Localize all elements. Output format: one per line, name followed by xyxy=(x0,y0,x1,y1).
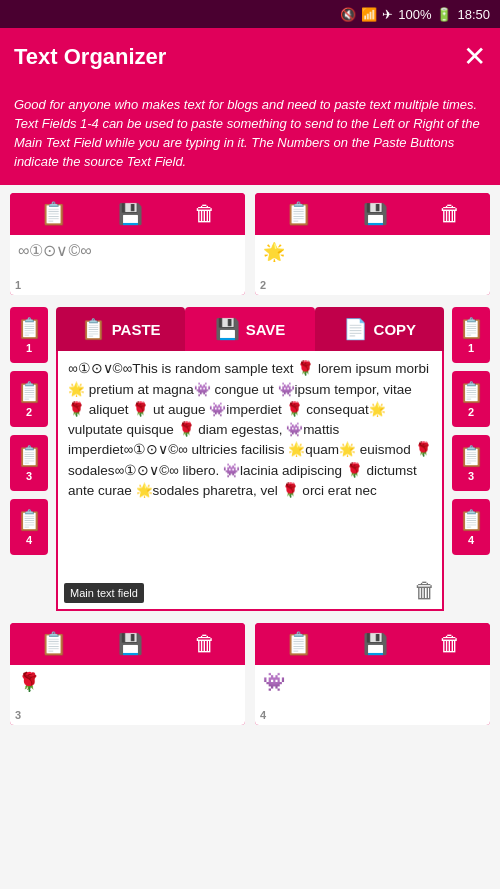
right-btn-4-icon: 📋 xyxy=(459,508,484,532)
description-text: Good for anyone who makes text for blogs… xyxy=(0,86,500,185)
right-btn-2-num: 2 xyxy=(468,406,474,418)
main-text-wrapper: 📋 PASTE 💾 SAVE 📄 COPY ∞①⊙∨©∞This is rand… xyxy=(56,307,444,611)
right-btn-1-icon: 📋 xyxy=(459,316,484,340)
wifi-icon: 📶 xyxy=(361,7,377,22)
copy-icon: 📄 xyxy=(343,317,368,341)
field4-paste-icon[interactable]: 📋 xyxy=(279,629,318,659)
mute-icon: 🔇 xyxy=(340,7,356,22)
field3-delete-icon[interactable]: 🗑 xyxy=(188,629,222,659)
right-btn-1-num: 1 xyxy=(468,342,474,354)
right-btn-2-icon: 📋 xyxy=(459,380,484,404)
right-btn-3[interactable]: 📋 3 xyxy=(452,435,490,491)
copy-label: COPY xyxy=(374,321,417,338)
main-toolbar: 📋 PASTE 💾 SAVE 📄 COPY xyxy=(56,307,444,351)
field1-content[interactable]: ∞①⊙∨©∞ 1 xyxy=(10,235,245,295)
left-side-buttons: 📋 1 📋 2 📋 3 📋 4 xyxy=(10,307,48,611)
left-btn-4[interactable]: 📋 4 xyxy=(10,499,48,555)
field1-delete-icon[interactable]: 🗑 xyxy=(188,199,222,229)
left-btn-3-icon: 📋 xyxy=(17,444,42,468)
time-display: 18:50 xyxy=(457,7,490,22)
field2-content[interactable]: 🌟 2 xyxy=(255,235,490,295)
field1-symbols: ∞①⊙∨©∞ xyxy=(18,241,92,260)
field4-emoji: 👾 xyxy=(263,671,285,693)
text-field-1: 📋 💾 🗑 ∞①⊙∨©∞ 1 xyxy=(10,193,245,295)
field4-number: 4 xyxy=(260,709,266,721)
field4-content[interactable]: 👾 4 xyxy=(255,665,490,725)
save-icon: 💾 xyxy=(215,317,240,341)
right-btn-3-icon: 📋 xyxy=(459,444,484,468)
save-label: SAVE xyxy=(246,321,286,338)
status-bar: 🔇 📶 ✈ 100% 🔋 18:50 xyxy=(0,0,500,28)
right-btn-4-num: 4 xyxy=(468,534,474,546)
field3-toolbar: 📋 💾 🗑 xyxy=(10,623,245,665)
left-btn-4-num: 4 xyxy=(26,534,32,546)
field4-toolbar: 📋 💾 🗑 xyxy=(255,623,490,665)
field3-emoji: 🌹 xyxy=(18,671,40,693)
field3-content[interactable]: 🌹 3 xyxy=(10,665,245,725)
field1-toolbar: 📋 💾 🗑 xyxy=(10,193,245,235)
field2-delete-icon[interactable]: 🗑 xyxy=(433,199,467,229)
bottom-fields-row: 📋 💾 🗑 🌹 3 📋 💾 🗑 👾 4 xyxy=(0,617,500,735)
left-btn-2[interactable]: 📋 2 xyxy=(10,371,48,427)
right-btn-3-num: 3 xyxy=(468,470,474,482)
airplane-icon: ✈ xyxy=(382,7,393,22)
field3-save-icon[interactable]: 💾 xyxy=(112,630,149,658)
field2-number: 2 xyxy=(260,279,266,291)
left-btn-4-icon: 📋 xyxy=(17,508,42,532)
paste-icon: 📋 xyxy=(81,317,106,341)
main-text-body: ∞①⊙∨©∞This is random sample text 🌹 lorem… xyxy=(68,361,432,498)
field3-paste-icon[interactable]: 📋 xyxy=(34,629,73,659)
battery-text: 100% xyxy=(398,7,431,22)
right-btn-1[interactable]: 📋 1 xyxy=(452,307,490,363)
right-btn-2[interactable]: 📋 2 xyxy=(452,371,490,427)
left-btn-2-num: 2 xyxy=(26,406,32,418)
left-btn-3[interactable]: 📋 3 xyxy=(10,435,48,491)
left-btn-1[interactable]: 📋 1 xyxy=(10,307,48,363)
right-btn-4[interactable]: 📋 4 xyxy=(452,499,490,555)
field4-save-icon[interactable]: 💾 xyxy=(357,630,394,658)
app-title: Text Organizer xyxy=(14,44,166,70)
main-area: 📋 1 📋 2 📋 3 📋 4 📋 PASTE 💾 SAVE xyxy=(0,303,500,617)
field3-number: 3 xyxy=(15,709,21,721)
left-btn-1-num: 1 xyxy=(26,342,32,354)
copy-button[interactable]: 📄 COPY xyxy=(315,307,444,351)
main-text-field[interactable]: ∞①⊙∨©∞This is random sample text 🌹 lorem… xyxy=(56,351,444,611)
main-text-field-label: Main text field xyxy=(64,583,144,604)
text-field-3: 📋 💾 🗑 🌹 3 xyxy=(10,623,245,725)
save-button[interactable]: 💾 SAVE xyxy=(185,307,314,351)
field2-toolbar: 📋 💾 🗑 xyxy=(255,193,490,235)
paste-label: PASTE xyxy=(112,321,161,338)
close-button[interactable]: ✕ xyxy=(463,43,486,71)
field2-save-icon[interactable]: 💾 xyxy=(357,200,394,228)
field1-save-icon[interactable]: 💾 xyxy=(112,200,149,228)
left-btn-1-icon: 📋 xyxy=(17,316,42,340)
left-btn-2-icon: 📋 xyxy=(17,380,42,404)
text-field-2: 📋 💾 🗑 🌟 2 xyxy=(255,193,490,295)
field4-delete-icon[interactable]: 🗑 xyxy=(433,629,467,659)
paste-button[interactable]: 📋 PASTE xyxy=(56,307,185,351)
field2-paste-icon[interactable]: 📋 xyxy=(279,199,318,229)
field2-emoji: 🌟 xyxy=(263,241,285,263)
top-fields-row: 📋 💾 🗑 ∞①⊙∨©∞ 1 📋 💾 🗑 🌟 2 xyxy=(0,185,500,303)
left-btn-3-num: 3 xyxy=(26,470,32,482)
text-field-4: 📋 💾 🗑 👾 4 xyxy=(255,623,490,725)
title-bar: Text Organizer ✕ xyxy=(0,28,500,86)
battery-icon: 🔋 xyxy=(436,7,452,22)
field1-paste-icon[interactable]: 📋 xyxy=(34,199,73,229)
main-text-delete-icon[interactable]: 🗑 xyxy=(414,574,436,607)
field1-number: 1 xyxy=(15,279,21,291)
right-side-buttons: 📋 1 📋 2 📋 3 📋 4 xyxy=(452,307,490,611)
status-icons: 🔇 📶 ✈ 100% 🔋 18:50 xyxy=(340,7,490,22)
